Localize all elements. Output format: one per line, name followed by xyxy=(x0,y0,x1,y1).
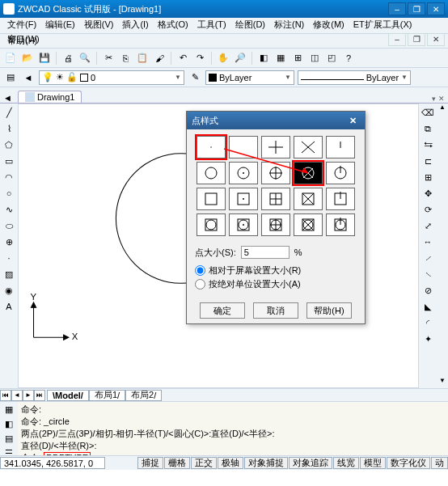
menu-view[interactable]: 视图(V) xyxy=(80,18,118,32)
scale-icon[interactable]: ⤢ xyxy=(421,218,435,233)
new-icon[interactable]: 📄 xyxy=(3,51,18,66)
ptstyle-circle-dot[interactable] xyxy=(229,162,258,184)
ptstyle-square-plus[interactable] xyxy=(261,188,290,210)
menu-file[interactable]: 文件(F) xyxy=(3,18,40,32)
ptstyle-sq-circle-plus[interactable] xyxy=(261,213,290,236)
menu-et[interactable]: ET扩展工具(X) xyxy=(349,18,416,32)
ptstyle-circle-x-selected[interactable] xyxy=(294,162,323,184)
array-icon[interactable]: ⊞ xyxy=(421,170,435,184)
layer-mgr-icon[interactable]: ▤ xyxy=(3,70,18,85)
nav-last-icon[interactable]: ⏭ xyxy=(34,390,45,401)
polyline-icon[interactable]: ⌇ xyxy=(2,121,16,136)
coordinates[interactable]: 341.0345, 426.5817, 0 xyxy=(0,457,105,469)
radio-relative-input[interactable] xyxy=(195,265,205,276)
scroll-down-icon[interactable]: ▼ xyxy=(437,377,448,388)
mdi-close-button[interactable]: ✕ xyxy=(427,33,445,46)
layer-dropdown[interactable]: 💡 ☀ 🔓 0 ▼ xyxy=(39,70,184,85)
tool-icon[interactable]: ▦ xyxy=(273,51,288,66)
pan-icon[interactable]: ✋ xyxy=(216,51,230,66)
menu-tools[interactable]: 工具(T) xyxy=(193,18,230,32)
ellipse-icon[interactable]: ⬭ xyxy=(2,218,16,233)
layer-tool-icon[interactable]: ✎ xyxy=(188,70,202,85)
erase-icon[interactable]: ⌫ xyxy=(421,105,435,120)
layer-prev-icon[interactable]: ◄ xyxy=(21,70,36,85)
ptstyle-sq-circle-dot[interactable] xyxy=(229,213,258,236)
trim-icon[interactable]: ⟋ xyxy=(421,251,435,265)
cmd-icon[interactable]: ▤ xyxy=(2,433,16,446)
tool-icon[interactable]: ◰ xyxy=(324,51,339,66)
ptstyle-tick[interactable] xyxy=(326,136,355,158)
menu-format[interactable]: 格式(O) xyxy=(154,18,192,32)
preview-icon[interactable]: 🔍 xyxy=(78,51,92,66)
dialog-titlebar[interactable]: 点样式 ✕ xyxy=(187,112,365,129)
menu-draw[interactable]: 绘图(D) xyxy=(231,18,269,32)
rotate-icon[interactable]: ⟳ xyxy=(421,202,435,217)
status-dyn[interactable]: 动 xyxy=(431,457,448,469)
nav-prev-icon[interactable]: ◄ xyxy=(11,390,23,401)
cancel-button[interactable]: 取消 xyxy=(253,302,298,319)
status-tablet[interactable]: 数字化仪 xyxy=(387,457,430,469)
status-lwt[interactable]: 线宽 xyxy=(333,457,359,469)
point-icon[interactable]: · xyxy=(2,251,16,265)
undo-icon[interactable]: ↶ xyxy=(175,51,190,66)
linetype-dropdown[interactable]: ByLayer ▼ xyxy=(298,70,411,85)
dialog-close-icon[interactable]: ✕ xyxy=(345,114,360,127)
ptstyle-sq-circle-x[interactable] xyxy=(294,213,323,236)
ok-button[interactable]: 确定 xyxy=(200,302,245,319)
ptstyle-sq-circle-tick[interactable] xyxy=(326,213,355,236)
ptstyle-x[interactable] xyxy=(294,136,323,158)
mirror-icon[interactable]: ⮀ xyxy=(421,137,435,152)
vscrollbar[interactable]: ▲ ▼ xyxy=(437,104,448,388)
circle-icon[interactable]: ○ xyxy=(2,186,16,201)
ptstyle-square-tick[interactable] xyxy=(326,188,355,210)
line-icon[interactable]: ╱ xyxy=(2,105,16,120)
menu-help[interactable]: 帮助(H) xyxy=(3,34,41,48)
tool-icon[interactable]: ⊞ xyxy=(290,51,305,66)
ptstyle-square-dot[interactable] xyxy=(229,188,258,210)
tool-icon[interactable]: ◫ xyxy=(307,51,322,66)
nav-next-icon[interactable]: ► xyxy=(23,390,34,401)
menu-dim[interactable]: 标注(N) xyxy=(270,18,308,32)
nav-first-icon[interactable]: ⏮ xyxy=(0,390,11,401)
save-icon[interactable]: 💾 xyxy=(37,51,52,66)
ptstyle-square[interactable] xyxy=(197,188,226,210)
break-icon[interactable]: ⊘ xyxy=(421,283,435,298)
tab-layout2[interactable]: 布局2 / xyxy=(125,390,162,401)
ptstyle-square-x[interactable] xyxy=(294,188,323,210)
tab-layout1[interactable]: 布局1 / xyxy=(89,390,125,401)
command-history[interactable]: 命令: 命令: _circle 两点(2P)/三点(3P)/相切-相切-半径(T… xyxy=(18,402,448,459)
ptstyle-dot[interactable] xyxy=(197,136,226,158)
ptstyle-sq-circle[interactable] xyxy=(197,213,226,236)
status-ortho[interactable]: 正交 xyxy=(191,457,217,469)
status-osnap[interactable]: 对象捕捉 xyxy=(244,457,288,469)
status-otrack[interactable]: 对象追踪 xyxy=(289,457,332,469)
ptstyle-blank[interactable] xyxy=(229,136,258,158)
help-button[interactable]: 帮助(H) xyxy=(306,302,352,319)
ptstyle-circle-plus[interactable] xyxy=(261,162,290,184)
status-snap[interactable]: 捕捉 xyxy=(137,457,163,469)
open-icon[interactable]: 📂 xyxy=(20,51,35,66)
radio-absolute-input[interactable] xyxy=(195,279,205,289)
spline-icon[interactable]: ∿ xyxy=(2,202,16,217)
ptstyle-circle-tick[interactable] xyxy=(326,162,355,184)
maximize-button[interactable]: ❐ xyxy=(408,2,425,15)
radio-relative[interactable]: 相对于屏幕设置大小(R) xyxy=(195,264,357,277)
text-icon[interactable]: A xyxy=(2,299,16,314)
explode-icon[interactable]: ✦ xyxy=(421,332,435,346)
mdi-max-button[interactable]: ❐ xyxy=(408,33,425,46)
polygon-icon[interactable]: ⬠ xyxy=(2,137,16,152)
close-button[interactable]: ✕ xyxy=(427,2,445,15)
minimize-button[interactable]: – xyxy=(388,2,406,15)
ptstyle-plus[interactable] xyxy=(261,136,290,158)
cmd-icon[interactable]: ▦ xyxy=(2,404,16,416)
color-dropdown[interactable]: ByLayer ▼ xyxy=(205,70,294,85)
zoom-icon[interactable]: 🔎 xyxy=(233,51,247,66)
copy-icon[interactable]: ⎘ xyxy=(118,51,133,66)
scroll-up-icon[interactable]: ▲ xyxy=(437,104,448,115)
move-icon[interactable]: ✥ xyxy=(421,186,435,201)
document-tab[interactable]: Drawing1 xyxy=(18,91,82,103)
status-grid[interactable]: 栅格 xyxy=(164,457,190,469)
print-icon[interactable]: 🖨 xyxy=(61,51,75,66)
point-size-input[interactable] xyxy=(241,246,290,259)
match-icon[interactable]: 🖌 xyxy=(152,51,167,66)
